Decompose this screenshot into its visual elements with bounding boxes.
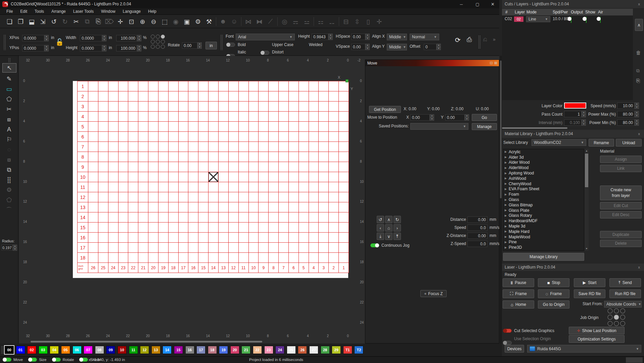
palette-chip-23[interactable]: 23	[264, 346, 273, 354]
lefttools-drag-handle[interactable]	[8, 58, 11, 63]
laser-panel-header[interactable]: Laser - LightBurn Pro 2.0.04x	[502, 264, 644, 271]
cuts-close-icon[interactable]: x	[637, 2, 642, 6]
palette-chip-15[interactable]: 15	[174, 346, 183, 354]
run-rd-button[interactable]: Run RD file	[609, 289, 641, 298]
palette-chip-18[interactable]: 18	[208, 346, 217, 354]
sync-library-icon[interactable]: ⟳	[455, 36, 461, 44]
z-down-icon[interactable]: ⤓	[377, 233, 384, 240]
material-item[interactable]: ▶Foam	[503, 192, 584, 197]
paste-icon[interactable]: ⎘	[93, 18, 104, 25]
pass-count-spinner[interactable]: ▲▼	[582, 111, 586, 117]
ypos-spinner[interactable]: ▲▼	[44, 45, 49, 51]
minimize-button[interactable]: ─	[454, 0, 469, 8]
menu-edit[interactable]: Edit	[16, 8, 31, 14]
move-x-field[interactable]: 0.00	[410, 114, 430, 121]
scroll-up-icon[interactable]: ▲	[585, 149, 589, 153]
material-item[interactable]: ▶MapleWood	[503, 234, 584, 240]
assign-button[interactable]: Assign	[600, 156, 642, 163]
new-file-icon[interactable]: ❏	[4, 18, 15, 26]
alignx-dropdown[interactable]: Middle▼	[387, 34, 407, 40]
jog-up-icon[interactable]: ∧	[385, 216, 393, 223]
goto-origin-button[interactable]: Go to Origin	[538, 300, 569, 309]
height-percent-field[interactable]: 100.000	[116, 45, 137, 51]
material-list-scrollbar[interactable]: ▲ ▼	[585, 149, 589, 251]
origin-dot[interactable]	[607, 315, 612, 320]
menu-help[interactable]: Help	[144, 8, 160, 14]
palette-chip-08[interactable]: 08	[95, 346, 104, 354]
rectangle-tool-icon[interactable]: ▭	[2, 84, 16, 94]
material-item[interactable]: ▶Hardboard/MDF	[503, 218, 584, 224]
menu-language[interactable]: Language	[119, 8, 144, 14]
print-icon[interactable]: ⎙	[467, 36, 472, 43]
show-last-position-button[interactable]: ✛Show Last Position	[569, 327, 625, 334]
material-item[interactable]: ▶Maple 3d	[503, 224, 584, 229]
palette-chip-25[interactable]: 25	[287, 346, 296, 354]
text-toolbar-drag-handle[interactable]	[220, 35, 223, 50]
material-item[interactable]: ▶Pine3D	[503, 245, 584, 250]
open-file-icon[interactable]: ❐	[15, 18, 26, 26]
power-max-spinner[interactable]: ▲▼	[635, 111, 639, 117]
z-up-icon[interactable]: ⤒	[394, 233, 401, 240]
material-item[interactable]: ▶Glass Rotary	[503, 213, 584, 218]
origin-dot[interactable]	[151, 35, 155, 39]
canvas-workspace[interactable]: 32302826242220181614121086420-2 32302826…	[19, 56, 499, 344]
status-toggle-rotate[interactable]: Rotate	[52, 358, 74, 362]
layer-air-toggle[interactable]	[600, 17, 601, 23]
text-tool-icon[interactable]: A	[2, 124, 16, 134]
origin-dot[interactable]	[614, 308, 619, 313]
power-min-spinner[interactable]: ▲▼	[635, 119, 639, 126]
frame-circle-button[interactable]: ◌Frame	[538, 289, 569, 298]
height-field[interactable]: 0.0000	[80, 45, 102, 51]
lock-aspect-icon[interactable]: 🔓	[55, 38, 64, 46]
material-panel-header[interactable]: Material Library - LightBurn Pro 2.0.04x	[502, 130, 644, 138]
palette-chip-05[interactable]: 05	[61, 346, 70, 354]
jog-right-icon[interactable]: ›	[394, 224, 401, 232]
go-button[interactable]: Go	[472, 114, 497, 121]
grid-array-icon[interactable]: ⣿	[2, 175, 16, 185]
preview-icon[interactable]: ▣	[181, 18, 192, 26]
select-tool-icon[interactable]: ↖	[2, 63, 16, 73]
ypos-field[interactable]: 0.0000	[22, 45, 44, 51]
layer-move-up-button[interactable]: ∧	[635, 19, 643, 31]
layer-show-toggle[interactable]	[586, 17, 587, 23]
material-item[interactable]: ▶Glass Bitmap	[503, 202, 584, 208]
power-min-field[interactable]: 80.00	[617, 119, 635, 126]
palette-chip-T2[interactable]: T2	[354, 346, 363, 354]
cuts-hscrollbar[interactable]	[502, 127, 567, 129]
focus-z-button[interactable]: ⌖Focus Z	[420, 290, 447, 297]
palette-chip-22[interactable]: 22	[253, 346, 262, 354]
radius-field[interactable]: 0.197	[1, 245, 13, 250]
jog-speed-field[interactable]: 0.0	[467, 225, 488, 231]
origin-dot[interactable]	[620, 315, 625, 320]
scroll-thumb[interactable]	[585, 154, 588, 187]
material-item[interactable]: ▶EVA Foam Sheet	[503, 187, 584, 192]
width-spinner[interactable]: ▲▼	[102, 35, 106, 41]
zoom-out-icon[interactable]: ⊖	[148, 18, 159, 26]
material-item[interactable]: ▶Apitong Wood	[503, 170, 584, 176]
font-height-field[interactable]: 0.9843	[312, 34, 328, 40]
height-spinner[interactable]: ▲▼	[102, 45, 106, 51]
material-item[interactable]: ▶Glass	[503, 197, 584, 202]
menu-window[interactable]: Window	[97, 8, 119, 14]
origin-dot[interactable]	[151, 45, 155, 49]
cut-selected-toggle[interactable]	[503, 329, 512, 333]
snip-tool-icon[interactable]: ✂	[2, 104, 16, 114]
cuts-list-empty-area[interactable]	[502, 23, 633, 100]
palette-chip-07[interactable]: 07	[84, 346, 93, 354]
menu-arrange[interactable]: Arrange	[48, 8, 70, 14]
status-toggle-move[interactable]: Move	[3, 358, 23, 362]
start-from-dropdown[interactable]: Absolute Coords▼	[604, 301, 642, 308]
pause-button[interactable]: ‖Pause	[503, 278, 534, 287]
rotate-field[interactable]: 0.00	[182, 42, 197, 49]
vspace-spinner[interactable]: ▲▼	[365, 44, 370, 50]
optimization-settings-button[interactable]: Optimization Settings	[569, 335, 625, 343]
xpos-field[interactable]: 0.0000	[22, 35, 44, 41]
material-item[interactable]: ▶AshWood	[503, 176, 584, 181]
move-y-spinner[interactable]: ▲▼	[465, 114, 469, 121]
zoom-in-icon[interactable]: ⊕	[137, 18, 148, 26]
material-item[interactable]: ▶Alder 3d	[503, 155, 584, 160]
zoom-to-page-icon[interactable]: ⊡	[126, 18, 137, 26]
polygon-offset-icon[interactable]: ⬠	[2, 195, 16, 205]
speed-field[interactable]: 10.00	[617, 103, 635, 109]
origin-dot[interactable]	[151, 40, 155, 44]
